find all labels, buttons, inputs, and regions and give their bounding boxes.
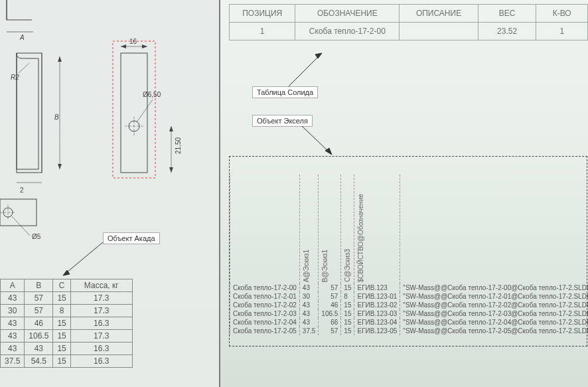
svg-line-18 — [137, 100, 153, 122]
hole-5: Ø5 — [32, 233, 41, 240]
excel-header-row: А@Эскиз1 В@Эскиз1 С@Эскиз3 $СВОЙСТВО@Обо… — [230, 175, 589, 283]
excel-row: Скоба тепло-17-2-0537.55715ЕГИВ.123-05"S… — [230, 327, 589, 335]
axis-a-label: A — [19, 34, 25, 41]
mass-table-row: 43431516.3 — [1, 343, 133, 355]
mass-table-header: A B C Масса, кг — [1, 279, 133, 292]
mass-table-row: 37.554.51516.3 — [1, 355, 133, 368]
excel-row: Скоба тепло-17-2-0343106.515ЕГИВ.123-03"… — [230, 309, 589, 318]
svg-line-21 — [289, 53, 322, 86]
excel-row: Скоба тепло-17-2-02434615ЕГИВ.123-02"SW-… — [230, 301, 589, 309]
col-b: В@Эскиз1 — [321, 250, 329, 282]
excel-row: Скоба тепло-17-2-00435715ЕГИВ.123"SW-Mas… — [230, 283, 589, 292]
mass-table-row: 43106.51517.3 — [1, 330, 133, 343]
axis-b-label: B — [54, 114, 59, 121]
svg-line-4 — [19, 63, 29, 73]
radius-label: R2 — [11, 74, 19, 81]
label-akad: Объект Акада — [103, 232, 160, 244]
excel-embed[interactable]: А@Эскиз1 В@Эскиз1 С@Эскиз3 $СВОЙСТВО@Обо… — [229, 156, 587, 347]
excel-row: Скоба тепло-17-2-0130578ЕГИВ.123-01"SW-M… — [230, 292, 589, 301]
col-oboz: $СВОЙСТВО@Обозначение — [357, 194, 364, 282]
col-c: С@Эскиз3 — [344, 249, 351, 282]
col-a: А@Эскиз1 — [303, 250, 310, 282]
svg-line-20 — [63, 242, 103, 275]
drawing-canvas: A R2 B 2 Ø5 16 Ø6,50 — [0, 0, 220, 387]
mass-table-row: 43571517.3 — [1, 292, 133, 305]
mass-table-row: 3057817.3 — [1, 305, 133, 317]
dim-16: 16 — [129, 38, 137, 45]
svg-rect-2 — [17, 53, 42, 173]
dim-2: 2 — [20, 187, 24, 194]
mass-table: A B C Масса, кг 43571517.33057817.343461… — [0, 279, 133, 368]
excel-row: Скоба тепло-17-2-04436615ЕГИВ.123-04"SW-… — [230, 318, 589, 327]
mass-table-row: 43461516.3 — [1, 317, 133, 330]
hole-650: Ø6,50 — [143, 91, 161, 98]
bom-table: ПОЗИЦИЯ ОБОЗНАЧЕНИЕ ОПИСАНИЕ ВЕС К-ВО 1 … — [229, 4, 588, 40]
svg-rect-12 — [113, 41, 155, 178]
dim-2150: 21,50 — [175, 137, 182, 154]
bom-row: 1 Скоба тепло-17-2-00 23.52 1 — [230, 23, 588, 40]
bom-header: ПОЗИЦИЯ ОБОЗНАЧЕНИЕ ОПИСАНИЕ ВЕС К-ВО — [230, 5, 588, 23]
